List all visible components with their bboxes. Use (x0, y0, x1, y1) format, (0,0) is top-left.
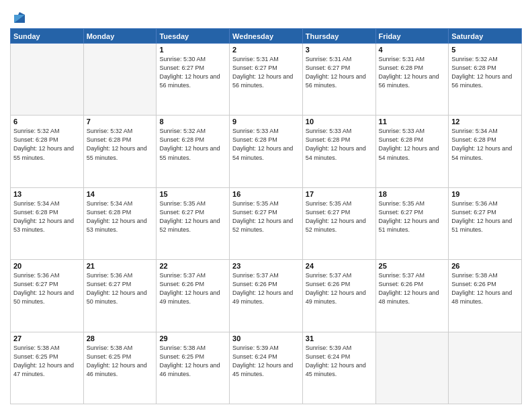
day-number: 6 (13, 118, 81, 126)
day-info: Sunrise: 5:36 AM Sunset: 6:27 PM Dayligh… (451, 199, 519, 234)
header-thursday: Thursday (302, 29, 375, 44)
calendar-cell: 23Sunrise: 5:37 AM Sunset: 6:26 PM Dayli… (230, 260, 303, 332)
calendar-cell (449, 332, 522, 404)
day-number: 20 (13, 262, 81, 270)
day-number: 16 (232, 190, 300, 198)
calendar-cell: 17Sunrise: 5:35 AM Sunset: 6:27 PM Dayli… (302, 187, 375, 259)
day-info: Sunrise: 5:39 AM Sunset: 6:24 PM Dayligh… (306, 344, 373, 379)
calendar-cell: 30Sunrise: 5:39 AM Sunset: 6:24 PM Dayli… (230, 332, 303, 404)
calendar-cell: 31Sunrise: 5:39 AM Sunset: 6:24 PM Dayli… (302, 332, 375, 404)
day-number: 1 (159, 46, 226, 54)
day-info: Sunrise: 5:32 AM Sunset: 6:28 PM Dayligh… (451, 55, 519, 90)
header-tuesday: Tuesday (157, 29, 230, 44)
calendar-cell: 1Sunrise: 5:30 AM Sunset: 6:27 PM Daylig… (157, 44, 230, 116)
day-number: 11 (379, 118, 446, 126)
week-row-1: 1Sunrise: 5:30 AM Sunset: 6:27 PM Daylig… (11, 44, 522, 116)
calendar-cell: 10Sunrise: 5:33 AM Sunset: 6:28 PM Dayli… (302, 116, 375, 187)
header-sunday: Sunday (11, 29, 84, 44)
calendar-cell: 8Sunrise: 5:32 AM Sunset: 6:28 PM Daylig… (157, 116, 230, 187)
calendar-cell: 16Sunrise: 5:35 AM Sunset: 6:27 PM Dayli… (230, 187, 303, 259)
calendar-cell: 18Sunrise: 5:35 AM Sunset: 6:27 PM Dayli… (375, 187, 449, 259)
day-info: Sunrise: 5:33 AM Sunset: 6:28 PM Dayligh… (232, 127, 300, 162)
day-info: Sunrise: 5:36 AM Sunset: 6:27 PM Dayligh… (13, 271, 81, 306)
day-info: Sunrise: 5:35 AM Sunset: 6:27 PM Dayligh… (232, 199, 300, 234)
day-number: 12 (451, 118, 519, 126)
day-info: Sunrise: 5:38 AM Sunset: 6:25 PM Dayligh… (159, 344, 226, 379)
day-info: Sunrise: 5:37 AM Sunset: 6:26 PM Dayligh… (159, 271, 226, 306)
calendar-cell: 28Sunrise: 5:38 AM Sunset: 6:25 PM Dayli… (83, 332, 157, 404)
day-info: Sunrise: 5:33 AM Sunset: 6:28 PM Dayligh… (306, 127, 373, 162)
logo-icon (11, 9, 28, 26)
day-info: Sunrise: 5:30 AM Sunset: 6:27 PM Dayligh… (159, 55, 226, 90)
day-number: 4 (379, 46, 446, 54)
calendar-cell: 29Sunrise: 5:38 AM Sunset: 6:25 PM Dayli… (157, 332, 230, 404)
calendar-cell: 20Sunrise: 5:36 AM Sunset: 6:27 PM Dayli… (11, 260, 84, 332)
calendar-cell (375, 332, 449, 404)
calendar-cell: 9Sunrise: 5:33 AM Sunset: 6:28 PM Daylig… (230, 116, 303, 187)
day-number: 30 (232, 334, 300, 342)
day-info: Sunrise: 5:32 AM Sunset: 6:28 PM Dayligh… (13, 127, 81, 162)
calendar-cell: 15Sunrise: 5:35 AM Sunset: 6:27 PM Dayli… (157, 187, 230, 259)
header-row: SundayMondayTuesdayWednesdayThursdayFrid… (11, 29, 522, 44)
day-info: Sunrise: 5:32 AM Sunset: 6:28 PM Dayligh… (87, 127, 154, 162)
day-number: 10 (306, 118, 373, 126)
calendar-cell: 7Sunrise: 5:32 AM Sunset: 6:28 PM Daylig… (83, 116, 157, 187)
day-number: 31 (306, 334, 373, 342)
day-info: Sunrise: 5:39 AM Sunset: 6:24 PM Dayligh… (232, 344, 300, 379)
day-info: Sunrise: 5:38 AM Sunset: 6:25 PM Dayligh… (87, 344, 154, 379)
day-number: 7 (87, 118, 154, 126)
day-info: Sunrise: 5:31 AM Sunset: 6:27 PM Dayligh… (232, 55, 300, 90)
day-info: Sunrise: 5:31 AM Sunset: 6:28 PM Dayligh… (379, 55, 446, 90)
logo (10, 9, 28, 26)
calendar-cell: 19Sunrise: 5:36 AM Sunset: 6:27 PM Dayli… (449, 187, 522, 259)
page: SundayMondayTuesdayWednesdayThursdayFrid… (0, 0, 532, 411)
day-number: 29 (159, 334, 226, 342)
day-number: 22 (159, 262, 226, 270)
day-number: 17 (306, 190, 373, 198)
day-number: 25 (379, 262, 446, 270)
day-info: Sunrise: 5:38 AM Sunset: 6:26 PM Dayligh… (451, 271, 519, 306)
calendar-cell (11, 44, 84, 116)
calendar-cell: 27Sunrise: 5:38 AM Sunset: 6:25 PM Dayli… (11, 332, 84, 404)
calendar-cell: 22Sunrise: 5:37 AM Sunset: 6:26 PM Dayli… (157, 260, 230, 332)
day-info: Sunrise: 5:34 AM Sunset: 6:28 PM Dayligh… (87, 199, 154, 234)
calendar-cell: 24Sunrise: 5:37 AM Sunset: 6:26 PM Dayli… (302, 260, 375, 332)
day-info: Sunrise: 5:35 AM Sunset: 6:27 PM Dayligh… (379, 199, 446, 234)
day-info: Sunrise: 5:34 AM Sunset: 6:28 PM Dayligh… (13, 199, 81, 234)
header-friday: Friday (375, 29, 449, 44)
calendar-cell: 6Sunrise: 5:32 AM Sunset: 6:28 PM Daylig… (11, 116, 84, 187)
day-number: 26 (451, 262, 519, 270)
week-row-4: 20Sunrise: 5:36 AM Sunset: 6:27 PM Dayli… (11, 260, 522, 332)
day-info: Sunrise: 5:31 AM Sunset: 6:27 PM Dayligh… (306, 55, 373, 90)
day-info: Sunrise: 5:37 AM Sunset: 6:26 PM Dayligh… (306, 271, 373, 306)
calendar-cell: 11Sunrise: 5:33 AM Sunset: 6:28 PM Dayli… (375, 116, 449, 187)
calendar-table: SundayMondayTuesdayWednesdayThursdayFrid… (10, 28, 522, 404)
day-info: Sunrise: 5:35 AM Sunset: 6:27 PM Dayligh… (306, 199, 373, 234)
day-number: 13 (13, 190, 81, 198)
header (10, 7, 522, 26)
day-info: Sunrise: 5:37 AM Sunset: 6:26 PM Dayligh… (379, 271, 446, 306)
week-row-2: 6Sunrise: 5:32 AM Sunset: 6:28 PM Daylig… (11, 116, 522, 187)
day-info: Sunrise: 5:33 AM Sunset: 6:28 PM Dayligh… (379, 127, 446, 162)
header-saturday: Saturday (449, 29, 522, 44)
day-info: Sunrise: 5:38 AM Sunset: 6:25 PM Dayligh… (13, 344, 81, 379)
day-number: 14 (87, 190, 154, 198)
calendar-cell: 21Sunrise: 5:36 AM Sunset: 6:27 PM Dayli… (83, 260, 157, 332)
day-number: 2 (232, 46, 300, 54)
day-info: Sunrise: 5:36 AM Sunset: 6:27 PM Dayligh… (87, 271, 154, 306)
header-wednesday: Wednesday (230, 29, 303, 44)
day-number: 3 (306, 46, 373, 54)
week-row-3: 13Sunrise: 5:34 AM Sunset: 6:28 PM Dayli… (11, 187, 522, 259)
day-number: 24 (306, 262, 373, 270)
calendar-cell: 3Sunrise: 5:31 AM Sunset: 6:27 PM Daylig… (302, 44, 375, 116)
day-info: Sunrise: 5:35 AM Sunset: 6:27 PM Dayligh… (159, 199, 226, 234)
day-info: Sunrise: 5:37 AM Sunset: 6:26 PM Dayligh… (232, 271, 300, 306)
day-number: 19 (451, 190, 519, 198)
day-number: 28 (87, 334, 154, 342)
calendar-cell: 4Sunrise: 5:31 AM Sunset: 6:28 PM Daylig… (375, 44, 449, 116)
day-number: 21 (87, 262, 154, 270)
day-number: 9 (232, 118, 300, 126)
calendar-cell: 25Sunrise: 5:37 AM Sunset: 6:26 PM Dayli… (375, 260, 449, 332)
calendar-cell: 13Sunrise: 5:34 AM Sunset: 6:28 PM Dayli… (11, 187, 84, 259)
day-number: 23 (232, 262, 300, 270)
